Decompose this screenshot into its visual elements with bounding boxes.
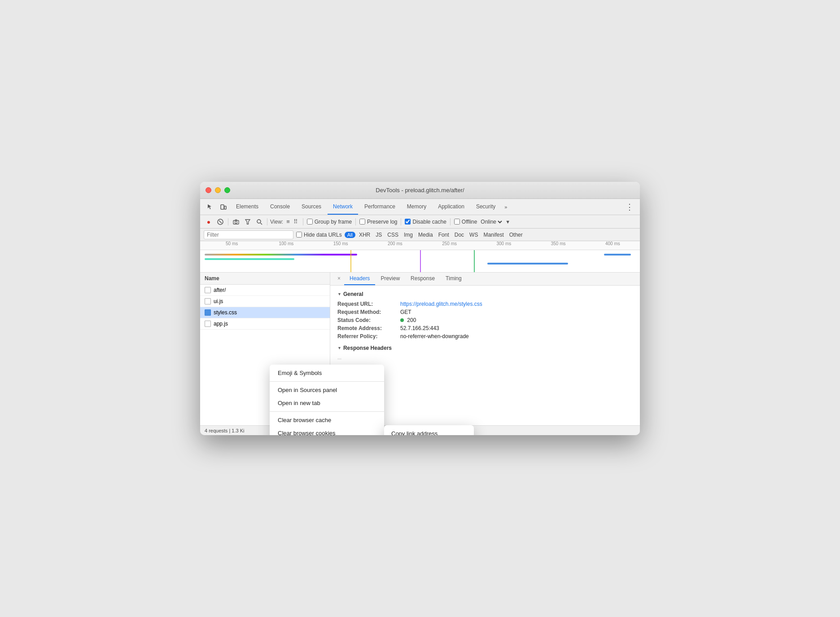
- timeline-bars: [200, 250, 640, 273]
- filter-ws[interactable]: WS: [468, 232, 480, 238]
- filter-font[interactable]: Font: [437, 232, 451, 238]
- svg-line-3: [219, 220, 222, 223]
- filter-xhr[interactable]: XHR: [357, 232, 372, 238]
- file-item-uijs[interactable]: ui.js: [200, 296, 330, 307]
- time-mark-300: 300 ms: [477, 241, 531, 250]
- filter-media[interactable]: Media: [416, 232, 435, 238]
- sub-copy-link-address[interactable]: Copy link address: [384, 427, 474, 435]
- details-content: General Request URL: https://preload.gli…: [330, 286, 640, 366]
- timeline-area: 50 ms 100 ms 150 ms 200 ms 250 ms 300 ms…: [200, 241, 640, 273]
- file-item-after[interactable]: after/: [200, 285, 330, 296]
- time-mark-50: 50 ms: [205, 241, 259, 250]
- ctx-clear-cache[interactable]: Clear browser cache: [270, 414, 384, 427]
- maximize-button[interactable]: [224, 187, 230, 193]
- status-dot: [400, 318, 404, 322]
- detail-tab-preview[interactable]: Preview: [375, 273, 405, 285]
- ctx-sep-1: [270, 381, 384, 382]
- file-item-appjs[interactable]: app.js: [200, 318, 330, 330]
- preserve-log-checkbox[interactable]: Preserve log: [359, 219, 397, 225]
- device-toolbar-icon[interactable]: [217, 201, 230, 213]
- tab-network[interactable]: Network: [328, 199, 358, 215]
- tab-performance[interactable]: Performance: [359, 199, 401, 215]
- file-name-appjs: app.js: [214, 321, 228, 327]
- filter-bar: Hide data URLs All XHR JS CSS Img Media …: [200, 229, 640, 241]
- window-title: DevTools - preload.glitch.me/after/: [376, 187, 464, 194]
- network-toolbar: ● View: ≡ ⠿ Group by frame Preserve log: [200, 215, 640, 229]
- file-name-stylescss: styles.css: [214, 309, 237, 316]
- clear-button[interactable]: [215, 217, 225, 227]
- traffic-lights: [206, 187, 230, 193]
- view-toggle: ≡ ⠿: [285, 217, 299, 226]
- file-icon-uijs: [205, 298, 211, 304]
- general-section-header: General: [337, 291, 633, 297]
- status-text: 4 requests | 1.3 Ki: [205, 428, 244, 433]
- tab-sources[interactable]: Sources: [296, 199, 327, 215]
- tab-security[interactable]: Security: [471, 199, 501, 215]
- separator-4: [355, 218, 356, 225]
- headers-ellipsis: ...: [337, 355, 633, 360]
- inspect-icon[interactable]: [204, 201, 216, 213]
- filter-doc[interactable]: Doc: [453, 232, 466, 238]
- filter-css[interactable]: CSS: [385, 232, 400, 238]
- detail-tab-timing[interactable]: Timing: [440, 273, 467, 285]
- devtools-menu-button[interactable]: ⋮: [623, 200, 636, 214]
- separator-3: [303, 218, 303, 225]
- waterfall-view-icon[interactable]: ⠿: [292, 217, 299, 226]
- filter-manifest[interactable]: Manifest: [481, 232, 505, 238]
- group-by-frame-checkbox[interactable]: Group by frame: [307, 219, 352, 225]
- detail-tab-response[interactable]: Response: [405, 273, 440, 285]
- file-icon-after: [205, 287, 211, 293]
- detail-value-url: https://preload.glitch.me/styles.css: [400, 301, 482, 307]
- disable-cache-checkbox[interactable]: Disable cache: [405, 219, 446, 225]
- ctx-open-sources[interactable]: Open in Sources panel: [270, 383, 384, 397]
- devtools-window: DevTools - preload.glitch.me/after/ Elem…: [200, 182, 640, 435]
- time-marker-purple: [420, 250, 421, 273]
- tab-application[interactable]: Application: [433, 199, 470, 215]
- time-mark-250: 250 ms: [422, 241, 477, 250]
- time-mark-350: 350 ms: [531, 241, 586, 250]
- svg-line-8: [261, 223, 262, 225]
- filter-other[interactable]: Other: [508, 232, 525, 238]
- timeline-ruler: 50 ms 100 ms 150 ms 200 ms 250 ms 300 ms…: [200, 241, 640, 250]
- detail-row-remote: Remote Address: 52.7.166.25:443: [337, 325, 633, 331]
- ctx-emoji-symbols[interactable]: Emoji & Symbols: [270, 366, 384, 379]
- detail-value-remote: 52.7.166.25:443: [400, 325, 439, 331]
- detail-tab-headers[interactable]: Headers: [344, 273, 375, 285]
- file-icon-appjs: [205, 321, 211, 327]
- copy-submenu: Copy link address Copy response Copy as …: [384, 425, 474, 435]
- camera-icon[interactable]: [231, 217, 241, 227]
- close-button[interactable]: [206, 187, 211, 193]
- offline-checkbox[interactable]: Offline: [454, 219, 477, 225]
- timeline-bar-4: [604, 254, 631, 256]
- filter-all[interactable]: All: [345, 232, 355, 238]
- devtools-tabs: Elements Console Sources Network Perform…: [200, 199, 640, 215]
- ctx-clear-cookies[interactable]: Clear browser cookies: [270, 427, 384, 435]
- tab-elements[interactable]: Elements: [231, 199, 264, 215]
- tab-console[interactable]: Console: [265, 199, 295, 215]
- detail-key-method: Request Method:: [337, 309, 400, 315]
- record-button[interactable]: ●: [204, 217, 214, 227]
- response-headers-header: Response Headers: [337, 345, 633, 351]
- search-icon[interactable]: [254, 217, 264, 227]
- close-details-button[interactable]: ×: [334, 273, 344, 285]
- details-tabs: × Headers Preview Response Timing: [330, 273, 640, 286]
- tab-memory[interactable]: Memory: [402, 199, 432, 215]
- time-marker-yellow: [350, 250, 351, 273]
- detail-value-referrer: no-referrer-when-downgrade: [400, 333, 469, 339]
- filter-input[interactable]: [204, 230, 293, 239]
- network-throttle-select[interactable]: Online: [479, 218, 503, 225]
- separator-2: [267, 218, 267, 225]
- separator-5: [401, 218, 401, 225]
- file-item-stylescss[interactable]: styles.css: [200, 307, 330, 318]
- detail-row-method: Request Method: GET: [337, 309, 633, 315]
- ctx-open-new-tab[interactable]: Open in new tab: [270, 397, 384, 410]
- hide-data-urls-checkbox[interactable]: Hide data URLs: [296, 232, 342, 238]
- filter-img[interactable]: Img: [402, 232, 415, 238]
- more-tabs-button[interactable]: »: [502, 203, 510, 212]
- svg-rect-0: [221, 205, 224, 209]
- filter-js[interactable]: JS: [374, 232, 384, 238]
- ctx-sep-2: [270, 411, 384, 412]
- filter-icon[interactable]: [243, 217, 253, 227]
- list-view-icon[interactable]: ≡: [285, 217, 291, 226]
- minimize-button[interactable]: [215, 187, 221, 193]
